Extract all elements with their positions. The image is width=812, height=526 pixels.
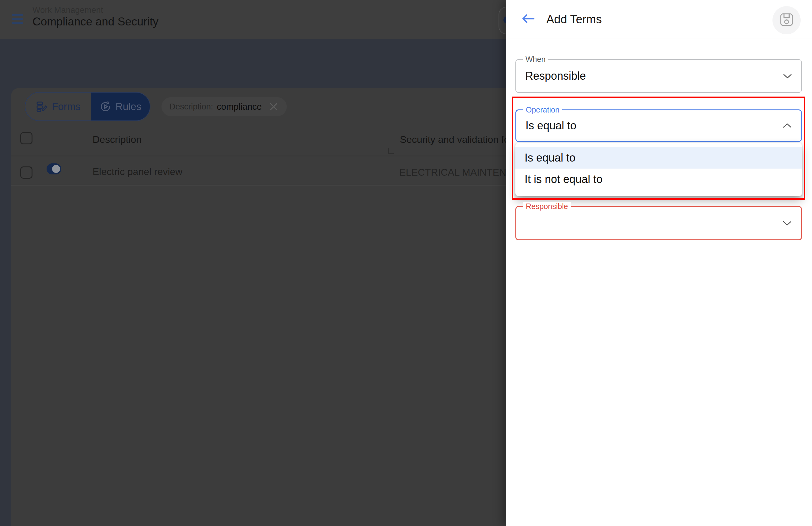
forms-icon [36,101,47,113]
operation-label: Operation [523,105,562,114]
tab-rules-label: Rules [116,101,141,113]
chevron-up-icon [783,123,792,128]
hamburger-menu-icon[interactable] [12,14,23,24]
operation-value: Is equal to [525,119,576,132]
chevron-down-icon [783,221,792,226]
menu-option-is-equal-to[interactable]: Is equal to [516,147,802,169]
row-checkbox[interactable] [20,167,32,179]
filter-chip-value: compliance [217,102,262,112]
filter-chip-label: Description: [170,102,213,112]
column-resize-icon[interactable] [388,148,394,154]
save-icon [780,13,794,28]
app-root: Work Management Compliance and Security [0,0,812,526]
panel-title: Add Terms [546,13,602,26]
back-arrow-icon[interactable] [520,12,536,26]
rules-icon [100,101,111,113]
save-button[interactable] [772,6,801,34]
menu-option-is-not-equal-to[interactable]: It is not equal to [516,169,802,190]
responsible-select[interactable]: Responsible [516,206,802,240]
page-title: Compliance and Security [32,15,158,28]
view-toggle-group: Forms Rules [25,92,150,121]
tab-forms[interactable]: Forms [26,93,91,120]
filter-chip-description[interactable]: Description: compliance [161,97,287,116]
row-toggle-on[interactable] [47,164,61,174]
tab-rules[interactable]: Rules [91,93,150,120]
when-value: Responsible [525,70,586,83]
cell-description: Electric panel review [92,166,182,177]
app-title: Work Management [32,5,103,15]
close-icon[interactable] [269,101,279,112]
operation-select[interactable]: Operation Is equal to [516,110,802,142]
column-header-security-form: Security and validation form [400,134,521,145]
column-header-description: Description [92,134,142,145]
panel-header-divider [506,39,812,39]
chevron-down-icon [783,73,792,79]
responsible-label: Responsible [523,202,571,211]
when-select[interactable]: When Responsible [516,59,802,93]
select-all-checkbox[interactable] [20,132,32,144]
operation-dropdown-menu: Is equal to It is not equal to [516,143,802,196]
tab-forms-label: Forms [52,101,81,113]
add-terms-panel: Add Terms When Responsible Operation [506,0,812,526]
when-label: When [523,55,548,64]
